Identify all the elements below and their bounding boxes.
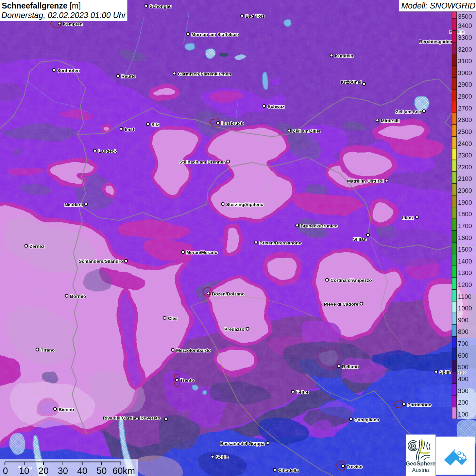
svg-text:Rovereto: Rovereto <box>140 415 160 421</box>
svg-text:1900: 1900 <box>458 199 472 206</box>
svg-text:Sterzing/Vipiteno: Sterzing/Vipiteno <box>226 202 264 207</box>
svg-text:Landeck: Landeck <box>98 149 117 154</box>
svg-text:Brixen/Bressanone: Brixen/Bressanone <box>259 240 302 245</box>
svg-text:900: 900 <box>458 317 469 324</box>
svg-text:Schwaz: Schwaz <box>268 104 285 109</box>
svg-text:2800: 2800 <box>458 93 472 100</box>
svg-text:Bad Tölz: Bad Tölz <box>245 14 265 19</box>
svg-text:Mittersill: Mittersill <box>381 118 400 123</box>
svg-text:Imst: Imst <box>125 127 134 132</box>
svg-text:Treviso: Treviso <box>346 464 362 469</box>
svg-text:3200: 3200 <box>458 46 472 53</box>
svg-text:Zell am Ziller: Zell am Ziller <box>293 129 321 134</box>
svg-text:Cles: Cles <box>168 316 178 321</box>
svg-text:Zernez: Zernez <box>30 244 45 249</box>
svg-text:3100: 3100 <box>458 57 472 65</box>
svg-text:Matrei in Osttirol: Matrei in Osttirol <box>347 178 384 184</box>
svg-text:Schongau: Schongau <box>150 4 172 9</box>
svg-text:1100: 1100 <box>458 293 472 300</box>
svg-text:Trento: Trento <box>180 378 194 383</box>
svg-text:Steinach am Brenner: Steinach am Brenner <box>179 159 225 165</box>
svg-text:400: 400 <box>458 375 469 382</box>
svg-text:Silz: Silz <box>151 122 159 127</box>
svg-text:1500: 1500 <box>458 246 472 253</box>
svg-text:Pieve di Cadore: Pieve di Cadore <box>324 302 359 307</box>
svg-text:3000: 3000 <box>458 69 472 76</box>
svg-text:Berchtesgaden: Berchtesgaden <box>419 39 452 44</box>
svg-text:Belluno: Belluno <box>342 364 359 369</box>
svg-text:2700: 2700 <box>458 105 472 112</box>
svg-text:Cittadella: Cittadella <box>278 468 299 473</box>
svg-text:Murnau am Staffelsee: Murnau am Staffelsee <box>191 32 239 37</box>
svg-text:Reutte: Reutte <box>121 74 136 79</box>
svg-text:Garmisch-Partenkirchen: Garmisch-Partenkirchen <box>178 71 231 76</box>
svg-text:1600: 1600 <box>458 234 472 241</box>
svg-text:Kitzbühel: Kitzbühel <box>341 80 361 85</box>
svg-text:Schlanders/Silandro: Schlanders/Silandro <box>79 259 123 264</box>
svg-text:Zell am See: Zell am See <box>396 109 421 114</box>
svg-text:Bormio: Bormio <box>70 294 86 299</box>
svg-text:Bozen/Bolzano: Bozen/Bolzano <box>212 291 245 296</box>
svg-text:Innsbruck: Innsbruck <box>221 121 243 126</box>
svg-text:200: 200 <box>458 399 469 406</box>
svg-text:1800: 1800 <box>458 210 472 218</box>
svg-text:1700: 1700 <box>458 222 472 230</box>
svg-text:Bienno: Bienno <box>58 407 74 412</box>
svg-text:1000: 1000 <box>458 305 472 312</box>
svg-text:Sillian: Sillian <box>353 237 367 242</box>
svg-text:2400: 2400 <box>458 140 472 147</box>
svg-text:Kufstein: Kufstein <box>335 53 353 58</box>
svg-text:Pordenone: Pordenone <box>407 402 431 407</box>
svg-text:600: 600 <box>458 352 469 359</box>
svg-text:500: 500 <box>458 363 469 371</box>
svg-text:3300: 3300 <box>458 34 472 41</box>
svg-text:Mezzolombardo: Mezzolombardo <box>176 348 211 353</box>
svg-text:2600: 2600 <box>458 116 472 123</box>
svg-text:700: 700 <box>458 340 469 347</box>
svg-text:Feltre: Feltre <box>296 390 309 395</box>
svg-text:Bruneck/Brunico: Bruneck/Brunico <box>301 223 338 228</box>
svg-text:2500: 2500 <box>458 128 472 135</box>
svg-text:Kempten: Kempten <box>63 21 83 27</box>
svg-text:Lienz: Lienz <box>402 215 414 220</box>
svg-text:Meran/Merano: Meran/Merano <box>186 250 218 255</box>
svg-text:2000: 2000 <box>458 187 472 194</box>
svg-text:800: 800 <box>458 328 469 335</box>
svg-text:100: 100 <box>458 411 469 418</box>
svg-text:2200: 2200 <box>458 164 472 171</box>
svg-text:Schio: Schio <box>216 455 228 460</box>
svg-text:300: 300 <box>458 387 469 394</box>
svg-text:1400: 1400 <box>458 258 472 265</box>
svg-text:2100: 2100 <box>458 175 472 182</box>
svg-text:Sonthofen: Sonthofen <box>57 68 80 73</box>
svg-text:Nauders: Nauders <box>65 202 83 207</box>
svg-text:Predazzo: Predazzo <box>224 327 244 332</box>
svg-text:Cortina d'Ampezzo: Cortina d'Ampezzo <box>330 278 372 283</box>
svg-text:3400: 3400 <box>458 22 472 29</box>
svg-text:Riva del Garda: Riva del Garda <box>103 415 135 421</box>
svg-text:Tirano: Tirano <box>41 347 55 353</box>
svg-text:Bassano del Grappa: Bassano del Grappa <box>220 441 265 446</box>
svg-text:1300: 1300 <box>458 269 472 276</box>
svg-text:2900: 2900 <box>458 81 472 88</box>
svg-text:1200: 1200 <box>458 281 472 288</box>
svg-text:3500: 3500 <box>458 13 472 20</box>
svg-text:2300: 2300 <box>458 152 472 159</box>
svg-text:Conegliano: Conegliano <box>354 417 379 422</box>
